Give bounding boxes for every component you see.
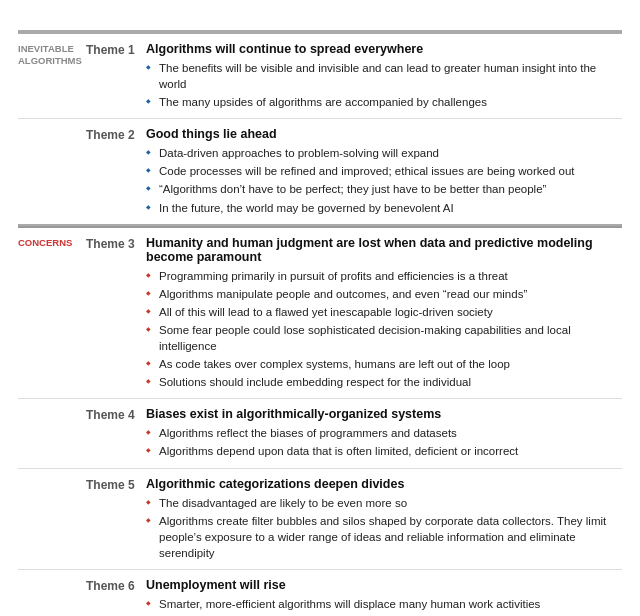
bullet-item: ◆All of this will lead to a flawed yet i…	[146, 304, 622, 320]
bullet-marker: ◆	[146, 307, 151, 315]
bullet-item: ◆In the future, the world may be governe…	[146, 200, 622, 216]
theme-label: Theme 6	[86, 579, 135, 593]
section-0: INEVITABLE ALGORITHMSTheme 1Algorithms w…	[18, 30, 622, 224]
theme-content: Algorithmic categorizations deepen divid…	[146, 477, 622, 563]
bullet-marker: ◆	[146, 289, 151, 297]
theme-label-cell: Theme 1	[86, 42, 146, 112]
theme-content: Unemployment will rise◆Smarter, more-eff…	[146, 578, 622, 616]
section-label	[18, 477, 86, 563]
bullet-list: ◆The benefits will be visible and invisi…	[146, 60, 622, 110]
themes-area: INEVITABLE ALGORITHMSTheme 1Algorithms w…	[18, 30, 622, 616]
bullet-item: ◆Algorithms create filter bubbles and si…	[146, 513, 622, 561]
theme-row: Theme 4Biases exist in algorithmically-o…	[18, 398, 622, 467]
theme-content: Biases exist in algorithmically-organize…	[146, 407, 622, 461]
theme-row: Theme 6Unemployment will rise◆Smarter, m…	[18, 569, 622, 616]
theme-label: Theme 4	[86, 408, 135, 422]
theme-title: Good things lie ahead	[146, 127, 622, 141]
section-label-text: CONCERNS	[18, 237, 82, 249]
bullet-marker: ◆	[146, 446, 151, 454]
theme-content: Humanity and human judgment are lost whe…	[146, 236, 622, 393]
bullet-item: ◆As code takes over complex systems, hum…	[146, 356, 622, 372]
theme-title: Biases exist in algorithmically-organize…	[146, 407, 622, 421]
bullet-marker: ◆	[146, 148, 151, 156]
bullet-marker: ◆	[146, 516, 151, 524]
bullet-list: ◆Programming primarily in pursuit of pro…	[146, 268, 622, 391]
theme-content: Algorithms will continue to spread every…	[146, 42, 622, 112]
bullet-item: ◆Solutions should include embedding resp…	[146, 374, 622, 390]
bullet-marker: ◆	[146, 325, 151, 333]
bullet-marker: ◆	[146, 377, 151, 385]
bullet-item: ◆Smarter, more-efficient algorithms will…	[146, 596, 622, 612]
bullet-item: ◆Some fear people could lose sophisticat…	[146, 322, 622, 354]
bullet-list: ◆Smarter, more-efficient algorithms will…	[146, 596, 622, 616]
bullet-marker: ◆	[146, 203, 151, 211]
bullet-item: ◆Algorithms depend upon data that is oft…	[146, 443, 622, 459]
bullet-list: ◆The disadvantaged are likely to be even…	[146, 495, 622, 561]
theme-title: Humanity and human judgment are lost whe…	[146, 236, 622, 264]
bullet-item: ◆Algorithms reflect the biases of progra…	[146, 425, 622, 441]
theme-label: Theme 3	[86, 237, 135, 251]
theme-content: Good things lie ahead◆Data-driven approa…	[146, 127, 622, 217]
bullet-item: ◆Data-driven approaches to problem-solvi…	[146, 145, 622, 161]
bullet-item: ◆Algorithms manipulate people and outcom…	[146, 286, 622, 302]
bullet-marker: ◆	[146, 97, 151, 105]
bullet-item: ◆The benefits will be visible and invisi…	[146, 60, 622, 92]
theme-label: Theme 2	[86, 128, 135, 142]
bullet-item: ◆Programming primarily in pursuit of pro…	[146, 268, 622, 284]
theme-label: Theme 1	[86, 43, 135, 57]
theme-label-cell: Theme 6	[86, 578, 146, 616]
bullet-list: ◆Data-driven approaches to problem-solvi…	[146, 145, 622, 215]
main-container: INEVITABLE ALGORITHMSTheme 1Algorithms w…	[0, 0, 640, 616]
section-1: CONCERNSTheme 3Humanity and human judgme…	[18, 224, 622, 616]
bullet-item: ◆The disadvantaged are likely to be even…	[146, 495, 622, 511]
bullet-marker: ◆	[146, 359, 151, 367]
theme-label-cell: Theme 2	[86, 127, 146, 217]
theme-title: Algorithmic categorizations deepen divid…	[146, 477, 622, 491]
theme-label-cell: Theme 3	[86, 236, 146, 393]
theme-title: Algorithms will continue to spread every…	[146, 42, 622, 56]
section-label: CONCERNS	[18, 236, 86, 393]
bullet-marker: ◆	[146, 184, 151, 192]
bullet-marker: ◆	[146, 166, 151, 174]
theme-row: CONCERNSTheme 3Humanity and human judgme…	[18, 226, 622, 399]
section-label	[18, 578, 86, 616]
section-label	[18, 127, 86, 217]
theme-row: INEVITABLE ALGORITHMSTheme 1Algorithms w…	[18, 32, 622, 118]
theme-title: Unemployment will rise	[146, 578, 622, 592]
section-label: INEVITABLE ALGORITHMS	[18, 42, 86, 112]
section-label-text: INEVITABLE ALGORITHMS	[18, 43, 82, 68]
bullet-item: ◆Code processes will be refined and impr…	[146, 163, 622, 179]
theme-row: Theme 2Good things lie ahead◆Data-driven…	[18, 118, 622, 223]
bullet-marker: ◆	[146, 599, 151, 607]
theme-row: Theme 5Algorithmic categorizations deepe…	[18, 468, 622, 569]
theme-label-cell: Theme 4	[86, 407, 146, 461]
bullet-marker: ◆	[146, 428, 151, 436]
bullet-item: ◆“Algorithms don’t have to be perfect; t…	[146, 181, 622, 197]
bullet-item: ◆The many upsides of algorithms are acco…	[146, 94, 622, 110]
theme-label-cell: Theme 5	[86, 477, 146, 563]
bullet-marker: ◆	[146, 498, 151, 506]
bullet-list: ◆Algorithms reflect the biases of progra…	[146, 425, 622, 459]
section-label	[18, 407, 86, 461]
theme-label: Theme 5	[86, 478, 135, 492]
bullet-marker: ◆	[146, 63, 151, 71]
bullet-marker: ◆	[146, 271, 151, 279]
